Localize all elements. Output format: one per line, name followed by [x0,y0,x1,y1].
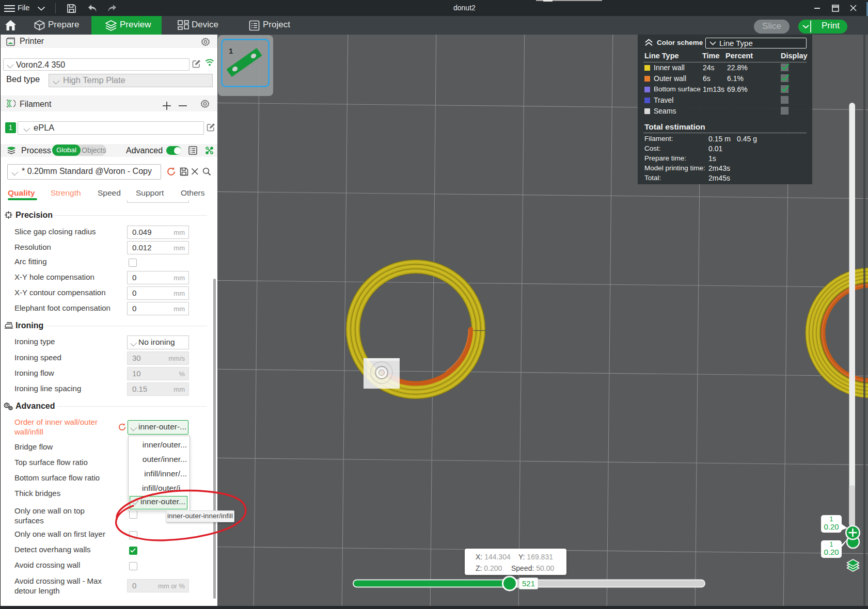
svg-text:521: 521 [522,579,535,588]
svg-text:1: 1 [229,46,233,55]
